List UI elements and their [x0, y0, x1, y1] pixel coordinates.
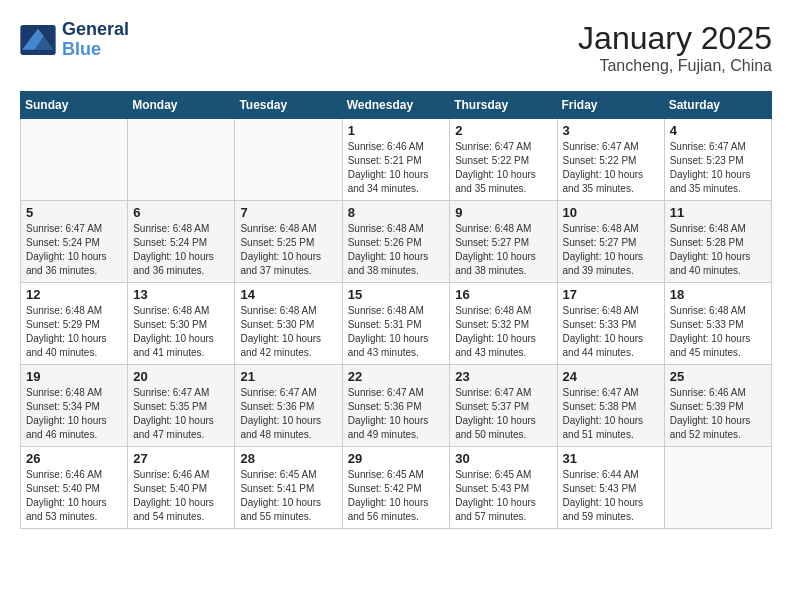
day-number: 6 [133, 205, 229, 220]
day-header-friday: Friday [557, 92, 664, 119]
calendar-week-row: 5Sunrise: 6:47 AMSunset: 5:24 PMDaylight… [21, 201, 772, 283]
day-number: 19 [26, 369, 122, 384]
day-info: Sunrise: 6:45 AMSunset: 5:41 PMDaylight:… [240, 468, 336, 524]
calendar-cell: 29Sunrise: 6:45 AMSunset: 5:42 PMDayligh… [342, 447, 450, 529]
day-header-sunday: Sunday [21, 92, 128, 119]
day-info: Sunrise: 6:47 AMSunset: 5:36 PMDaylight:… [348, 386, 445, 442]
day-number: 28 [240, 451, 336, 466]
calendar-cell: 10Sunrise: 6:48 AMSunset: 5:27 PMDayligh… [557, 201, 664, 283]
day-info: Sunrise: 6:47 AMSunset: 5:24 PMDaylight:… [26, 222, 122, 278]
day-number: 9 [455, 205, 551, 220]
day-info: Sunrise: 6:45 AMSunset: 5:43 PMDaylight:… [455, 468, 551, 524]
logo-text: General Blue [62, 20, 129, 60]
calendar-week-row: 19Sunrise: 6:48 AMSunset: 5:34 PMDayligh… [21, 365, 772, 447]
calendar-cell: 1Sunrise: 6:46 AMSunset: 5:21 PMDaylight… [342, 119, 450, 201]
calendar-cell: 30Sunrise: 6:45 AMSunset: 5:43 PMDayligh… [450, 447, 557, 529]
day-info: Sunrise: 6:46 AMSunset: 5:40 PMDaylight:… [26, 468, 122, 524]
calendar-cell: 15Sunrise: 6:48 AMSunset: 5:31 PMDayligh… [342, 283, 450, 365]
day-number: 25 [670, 369, 766, 384]
calendar-cell: 7Sunrise: 6:48 AMSunset: 5:25 PMDaylight… [235, 201, 342, 283]
day-number: 27 [133, 451, 229, 466]
calendar-cell: 16Sunrise: 6:48 AMSunset: 5:32 PMDayligh… [450, 283, 557, 365]
day-number: 13 [133, 287, 229, 302]
day-info: Sunrise: 6:48 AMSunset: 5:34 PMDaylight:… [26, 386, 122, 442]
day-info: Sunrise: 6:46 AMSunset: 5:40 PMDaylight:… [133, 468, 229, 524]
day-info: Sunrise: 6:47 AMSunset: 5:37 PMDaylight:… [455, 386, 551, 442]
day-number: 2 [455, 123, 551, 138]
day-number: 4 [670, 123, 766, 138]
location: Tancheng, Fujian, China [578, 57, 772, 75]
page-header: General Blue January 2025 Tancheng, Fuji… [20, 20, 772, 75]
logo: General Blue [20, 20, 129, 60]
day-info: Sunrise: 6:48 AMSunset: 5:27 PMDaylight:… [455, 222, 551, 278]
day-info: Sunrise: 6:46 AMSunset: 5:21 PMDaylight:… [348, 140, 445, 196]
day-number: 29 [348, 451, 445, 466]
day-info: Sunrise: 6:46 AMSunset: 5:39 PMDaylight:… [670, 386, 766, 442]
day-number: 26 [26, 451, 122, 466]
day-number: 14 [240, 287, 336, 302]
day-info: Sunrise: 6:48 AMSunset: 5:27 PMDaylight:… [563, 222, 659, 278]
day-info: Sunrise: 6:48 AMSunset: 5:30 PMDaylight:… [240, 304, 336, 360]
title-block: January 2025 Tancheng, Fujian, China [578, 20, 772, 75]
day-number: 20 [133, 369, 229, 384]
day-number: 30 [455, 451, 551, 466]
day-number: 10 [563, 205, 659, 220]
calendar-cell [235, 119, 342, 201]
day-info: Sunrise: 6:45 AMSunset: 5:42 PMDaylight:… [348, 468, 445, 524]
day-info: Sunrise: 6:47 AMSunset: 5:23 PMDaylight:… [670, 140, 766, 196]
calendar-cell: 12Sunrise: 6:48 AMSunset: 5:29 PMDayligh… [21, 283, 128, 365]
calendar-cell: 21Sunrise: 6:47 AMSunset: 5:36 PMDayligh… [235, 365, 342, 447]
calendar-cell: 2Sunrise: 6:47 AMSunset: 5:22 PMDaylight… [450, 119, 557, 201]
calendar-week-row: 12Sunrise: 6:48 AMSunset: 5:29 PMDayligh… [21, 283, 772, 365]
day-header-saturday: Saturday [664, 92, 771, 119]
day-number: 31 [563, 451, 659, 466]
day-header-wednesday: Wednesday [342, 92, 450, 119]
calendar-cell: 27Sunrise: 6:46 AMSunset: 5:40 PMDayligh… [128, 447, 235, 529]
calendar-cell: 8Sunrise: 6:48 AMSunset: 5:26 PMDaylight… [342, 201, 450, 283]
calendar-cell: 26Sunrise: 6:46 AMSunset: 5:40 PMDayligh… [21, 447, 128, 529]
day-info: Sunrise: 6:48 AMSunset: 5:31 PMDaylight:… [348, 304, 445, 360]
day-info: Sunrise: 6:48 AMSunset: 5:33 PMDaylight:… [670, 304, 766, 360]
day-info: Sunrise: 6:48 AMSunset: 5:26 PMDaylight:… [348, 222, 445, 278]
month-title: January 2025 [578, 20, 772, 57]
calendar-cell: 19Sunrise: 6:48 AMSunset: 5:34 PMDayligh… [21, 365, 128, 447]
calendar-cell: 6Sunrise: 6:48 AMSunset: 5:24 PMDaylight… [128, 201, 235, 283]
calendar-cell [664, 447, 771, 529]
day-info: Sunrise: 6:48 AMSunset: 5:25 PMDaylight:… [240, 222, 336, 278]
day-number: 3 [563, 123, 659, 138]
day-info: Sunrise: 6:48 AMSunset: 5:24 PMDaylight:… [133, 222, 229, 278]
calendar-header-row: SundayMondayTuesdayWednesdayThursdayFrid… [21, 92, 772, 119]
calendar-cell: 11Sunrise: 6:48 AMSunset: 5:28 PMDayligh… [664, 201, 771, 283]
day-number: 5 [26, 205, 122, 220]
day-number: 7 [240, 205, 336, 220]
day-info: Sunrise: 6:47 AMSunset: 5:22 PMDaylight:… [563, 140, 659, 196]
day-info: Sunrise: 6:48 AMSunset: 5:32 PMDaylight:… [455, 304, 551, 360]
calendar-table: SundayMondayTuesdayWednesdayThursdayFrid… [20, 91, 772, 529]
day-number: 8 [348, 205, 445, 220]
calendar-cell: 22Sunrise: 6:47 AMSunset: 5:36 PMDayligh… [342, 365, 450, 447]
day-header-monday: Monday [128, 92, 235, 119]
day-number: 23 [455, 369, 551, 384]
day-info: Sunrise: 6:47 AMSunset: 5:22 PMDaylight:… [455, 140, 551, 196]
day-number: 22 [348, 369, 445, 384]
day-info: Sunrise: 6:48 AMSunset: 5:33 PMDaylight:… [563, 304, 659, 360]
day-info: Sunrise: 6:47 AMSunset: 5:35 PMDaylight:… [133, 386, 229, 442]
day-number: 24 [563, 369, 659, 384]
day-number: 12 [26, 287, 122, 302]
calendar-cell: 25Sunrise: 6:46 AMSunset: 5:39 PMDayligh… [664, 365, 771, 447]
calendar-week-row: 1Sunrise: 6:46 AMSunset: 5:21 PMDaylight… [21, 119, 772, 201]
calendar-cell: 28Sunrise: 6:45 AMSunset: 5:41 PMDayligh… [235, 447, 342, 529]
day-number: 17 [563, 287, 659, 302]
day-info: Sunrise: 6:48 AMSunset: 5:30 PMDaylight:… [133, 304, 229, 360]
logo-icon [20, 25, 56, 55]
calendar-cell: 13Sunrise: 6:48 AMSunset: 5:30 PMDayligh… [128, 283, 235, 365]
calendar-cell: 24Sunrise: 6:47 AMSunset: 5:38 PMDayligh… [557, 365, 664, 447]
calendar-cell: 18Sunrise: 6:48 AMSunset: 5:33 PMDayligh… [664, 283, 771, 365]
day-number: 16 [455, 287, 551, 302]
day-info: Sunrise: 6:48 AMSunset: 5:28 PMDaylight:… [670, 222, 766, 278]
calendar-cell: 9Sunrise: 6:48 AMSunset: 5:27 PMDaylight… [450, 201, 557, 283]
calendar-cell: 31Sunrise: 6:44 AMSunset: 5:43 PMDayligh… [557, 447, 664, 529]
calendar-cell: 17Sunrise: 6:48 AMSunset: 5:33 PMDayligh… [557, 283, 664, 365]
calendar-cell [128, 119, 235, 201]
calendar-cell [21, 119, 128, 201]
